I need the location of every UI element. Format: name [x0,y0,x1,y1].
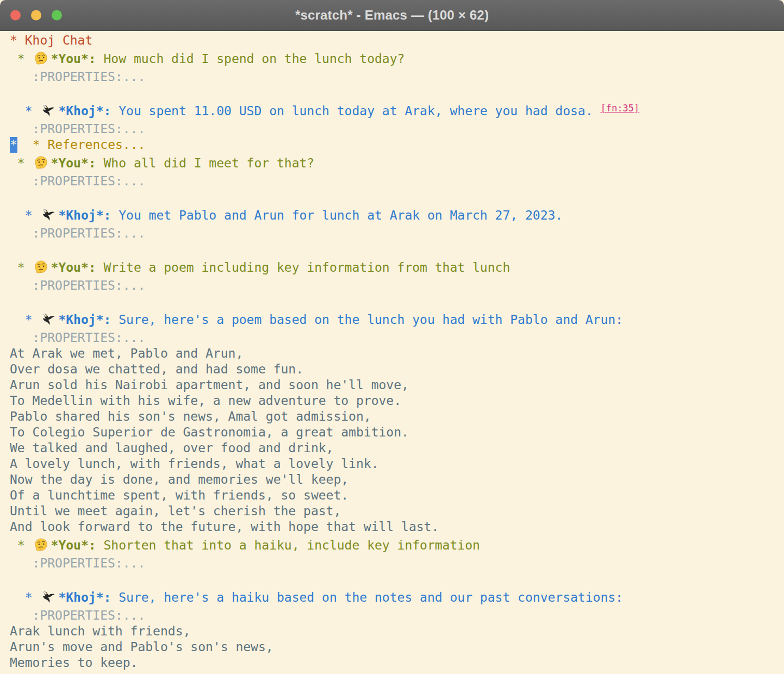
speaker-label: *You*: [51,260,96,274]
buffer-line-blank[interactable] [10,241,784,257]
speaker-label: *You*: [51,538,96,552]
buffer-line-body[interactable]: A lovely lunch, with friends, what a lov… [10,456,784,472]
line-text: Arak lunch with friends, [10,624,190,638]
line-text: :PROPERTIES:... [10,174,145,188]
buffer-line-body[interactable]: Until we meet again, let's cherish the p… [10,503,784,519]
line-text: * References... [17,138,145,152]
eagle-emoji-icon [41,312,55,327]
buffer-line-body[interactable]: Arun's move and Pablo's son's news, [10,639,784,655]
line-text: You met Pablo and Arun for lunch at Arak… [119,208,563,222]
buffer-line-body[interactable]: Arak lunch with friends, [10,623,784,639]
line-text: Of a lunchtime spent, with friends, so s… [10,488,349,502]
buffer-line-blank[interactable] [10,571,784,587]
traffic-lights [10,10,62,21]
line-text: Memories to keep. [10,656,138,670]
line-text: You spent 11.00 USD on lunch today at Ar… [119,104,593,118]
line-text: :PROPERTIES:... [10,330,145,345]
speaker-label: *You*: [51,156,96,170]
buffer-line-drawer[interactable]: :PROPERTIES:... [10,278,784,294]
thinking-face-emoji-icon [34,155,48,170]
buffer-line-you[interactable]: * *You*: Who all did I meet for that? [10,153,784,173]
buffer-line-drawer[interactable]: :PROPERTIES:... [10,608,784,623]
buffer-line-body[interactable]: Pablo shared his son's news, Amal got ad… [10,409,784,425]
speaker-label: *Khoj*: [58,104,111,118]
line-text: Arun sold his Nairobi apartment, and soo… [10,378,409,392]
buffer-line-body[interactable]: To Colegio Superior de Gastronomia, a gr… [10,425,784,440]
buffer-line-body[interactable]: Now the day is done, and memories we'll … [10,472,784,488]
speaker-separator [111,104,119,118]
buffer-line-body[interactable]: Memories to keep. [10,655,784,671]
line-text: :PROPERTIES:... [10,278,145,292]
line-text: :PROPERTIES:... [10,122,145,136]
buffer-line-blank[interactable] [10,294,784,309]
minimize-button[interactable] [31,10,41,21]
line-text: :PROPERTIES:... [10,608,145,622]
close-button[interactable] [10,10,21,21]
line-text: Over dosa we chatted, and had some fun. [10,362,303,376]
line-text: Write a poem including key information f… [104,260,511,274]
line-text: Arun's move and Pablo's son's news, [10,640,273,654]
line-text: Who all did I meet for that? [104,156,315,170]
window-title: *scratch* - Emacs — (100 × 62) [295,8,489,23]
line-text: Sure, here's a haiku based on the notes … [119,590,623,604]
buffer-line-drawer[interactable]: :PROPERTIES:... [10,121,784,137]
line-text: How much did I spend on the lunch today? [104,52,405,66]
line-text: Shorten that into a haiku, include key i… [104,538,480,552]
line-text: Pablo shared his son's news, Amal got ad… [10,409,371,423]
line-text: :PROPERTIES:... [10,70,145,84]
buffer-line-drawer[interactable]: :PROPERTIES:... [10,173,784,189]
heading-bullet: * [10,590,40,604]
heading-bullet: * [10,104,40,118]
buffer-line-drawer[interactable]: :PROPERTIES:... [10,69,784,85]
buffer-line-khoj[interactable]: * *Khoj*: You met Pablo and Arun for lun… [10,205,784,226]
buffer-line-body[interactable]: Arun sold his Nairobi apartment, and soo… [10,377,784,393]
buffer-line-blank[interactable] [10,85,784,101]
zoom-button[interactable] [52,10,62,21]
line-text: :PROPERTIES:... [10,556,145,570]
buffer-line-khoj[interactable]: * *Khoj*: You spent 11.00 USD on lunch t… [10,101,784,121]
buffer-line-drawer[interactable]: :PROPERTIES:... [10,330,784,346]
line-text: And look forward to the future, with hop… [10,520,439,534]
speaker-separator [96,260,104,274]
line-text: Until we meet again, let's cherish the p… [10,504,341,518]
line-text: At Arak we met, Pablo and Arun, [10,346,243,360]
buffer-line-you[interactable]: * *You*: Shorten that into a haiku, incl… [10,535,784,556]
buffer-line-blank[interactable] [10,189,784,205]
buffer-line-body[interactable]: And look forward to the future, with hop… [10,519,784,535]
buffer-line-heading1[interactable]: * Khoj Chat [10,33,784,48]
thinking-face-emoji-icon [34,51,48,66]
buffer-line-drawer[interactable]: :PROPERTIES:... [10,226,784,241]
heading-bullet: * [10,313,40,327]
thinking-face-emoji-icon [34,260,48,274]
buffer-line-you[interactable]: * *You*: Write a poem including key info… [10,257,784,278]
title-bar[interactable]: *scratch* - Emacs — (100 × 62) [0,0,784,31]
thinking-face-emoji-icon [34,538,48,552]
heading-bullet: * [10,52,33,66]
buffer-line-body[interactable]: Over dosa we chatted, and had some fun. [10,361,784,377]
speaker-label: *Khoj*: [58,313,111,327]
speaker-separator [111,313,119,327]
heading-bullet: * [10,260,33,274]
line-text: A lovely lunch, with friends, what a lov… [10,457,379,471]
buffer-line-body[interactable]: To Medellin with his wife, a new adventu… [10,393,784,409]
speaker-separator [96,156,104,170]
buffer-line-khoj[interactable]: * *Khoj*: Sure, here's a haiku based on … [10,587,784,608]
buffer[interactable]: * Khoj Chat * *You*: How much did I spen… [0,31,784,674]
buffer-line-you[interactable]: * *You*: How much did I spend on the lun… [10,48,784,69]
buffer-line-body[interactable]: At Arak we met, Pablo and Arun, [10,346,784,361]
buffer-line-body[interactable]: Of a lunchtime spent, with friends, so s… [10,488,784,503]
footnote-link[interactable]: [fn:35] [600,103,639,114]
speaker-separator [111,208,119,222]
line-text: To Colegio Superior de Gastronomia, a gr… [10,425,409,439]
buffer-line-references[interactable]: * * References... [10,137,784,153]
speaker-label: *You*: [51,52,96,66]
speaker-separator [96,538,104,552]
eagle-emoji-icon [41,103,55,118]
buffer-line-khoj[interactable]: * *Khoj*: Sure, here's a poem based on t… [10,309,784,330]
line-text: To Medellin with his wife, a new adventu… [10,394,401,408]
speaker-separator [111,590,119,604]
buffer-line-body[interactable]: We talked and laughed, over food and dri… [10,440,784,456]
speaker-separator [96,52,104,66]
line-text: We talked and laughed, over food and dri… [10,441,333,455]
buffer-line-drawer[interactable]: :PROPERTIES:... [10,556,784,571]
